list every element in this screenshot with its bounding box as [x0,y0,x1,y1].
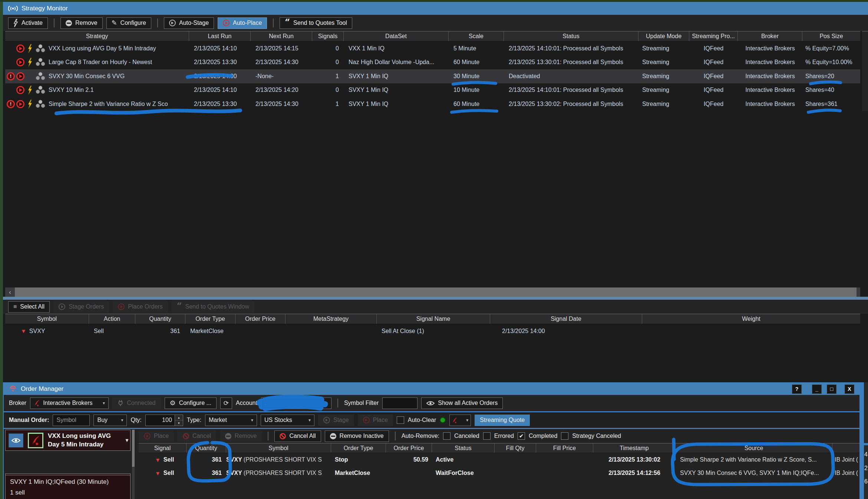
help-button[interactable]: ? [792,385,802,394]
column-header-symbol[interactable]: Symbol [5,314,89,324]
stage-orders-button[interactable]: Stage Orders [53,301,109,313]
qty-value[interactable]: 100 [146,415,175,426]
send-to-quotes-window-button[interactable]: “ Send to Quotes Window [172,301,254,313]
order-type-select[interactable]: Market▾ [205,415,257,426]
order-row[interactable]: ▼ Sell 361 SVXY (PROSHARES SHORT VIX S M… [139,466,859,480]
run-icon[interactable] [16,58,24,66]
om-strategy-item[interactable]: VXX Long using AVG Day 5 Min Intraday ▼ [5,430,131,451]
symbol-filter-input[interactable] [382,397,418,409]
strategy-monitor-titlebar[interactable]: Strategy Monitor [3,2,868,15]
place-orders-button[interactable]: Place Orders [113,301,168,313]
column-header-next-run[interactable]: Next Run [251,31,312,41]
strategy-icon [36,58,45,67]
strategy-row[interactable]: VXX Long using AVG Day 5 Min Intraday 2/… [5,41,860,56]
clipped-column-sliver [862,31,868,111]
scrollbar-thumb[interactable] [15,287,857,297]
canceled-checkbox[interactable] [443,432,450,440]
remove-button[interactable]: Remove [60,17,103,29]
chevron-down-icon[interactable]: ▼ [125,438,129,443]
column-header-dataset[interactable]: DataSet [344,31,449,41]
run-icon[interactable] [16,44,24,53]
connected-button[interactable]: Connected [112,397,161,409]
column-header-account[interactable] [832,443,859,453]
manual-symbol-input[interactable] [53,415,90,426]
column-header-update-mode[interactable]: Update Mode [638,31,689,41]
order-manager-titlebar[interactable]: Order Manager ? _ □ X [4,383,859,395]
column-header-timestamp[interactable]: Timestamp [593,443,676,453]
quote-source-select[interactable]: ▾ [449,415,471,426]
completed-checkbox[interactable]: ✔ [518,432,525,440]
activate-button[interactable]: Activate [8,17,48,29]
column-header-status[interactable]: Status [504,31,638,41]
select-all-button[interactable]: ≡ Select All [8,301,50,313]
configure-broker-button[interactable]: ⚙ Configure ... [165,397,217,409]
horizontal-scrollbar[interactable]: ‹ [5,287,860,297]
send-to-quotes-tool-button[interactable]: “ Send to Quotes Tool [280,17,352,29]
market-select[interactable]: US Stocks▾ [261,415,314,426]
order-cancel-button[interactable]: Cancel [178,430,216,442]
minimize-button[interactable]: _ [812,385,822,394]
column-header-status[interactable]: Status [432,443,495,453]
quantity-stepper[interactable]: 100 ▴ ▾ [145,415,183,426]
column-header-metastrategy[interactable]: MetaStrategy [286,314,377,324]
column-header-signals[interactable]: Signals [312,31,344,41]
auto-place-button[interactable]: Auto-Place [218,17,267,29]
column-header-symbol[interactable]: Symbol [226,443,331,453]
configure-button[interactable]: ✎ Configure [106,17,151,29]
column-header-quantity[interactable]: Quantity [135,314,185,324]
column-header-signal-name[interactable]: Signal Name [377,314,490,324]
scroll-left-button[interactable]: ‹ [5,287,15,297]
column-header-source[interactable]: Source [676,443,832,453]
close-button[interactable]: X [845,385,854,394]
column-header-fill-qty[interactable]: Fill Qty [495,443,536,453]
remove-inactive-button[interactable]: Remove Inactive [325,430,389,442]
column-header-strategy[interactable]: Strategy [5,31,189,41]
qty-up-button[interactable]: ▴ [175,415,183,420]
strategy-canceled-checkbox[interactable] [561,432,568,440]
column-header-order-price[interactable]: Order Price [235,314,286,324]
om-left-scrollbar[interactable] [132,430,135,499]
eye-toggle-button[interactable] [9,433,23,448]
strategy-row[interactable]: ! Simple Sharpe 2 with Variance Ratio w … [5,97,860,111]
run-icon[interactable] [16,72,24,80]
manual-place-button[interactable]: Place [358,415,393,426]
order-row[interactable]: ▼ Sell 361 SVXY (PROSHARES SHORT VIX S S… [139,453,859,466]
streaming-quote-button[interactable]: Streaming Quote [475,415,530,426]
scrollbar-thumb[interactable] [132,430,135,467]
column-header-order-price[interactable]: Order Price [386,443,432,453]
strategy-row[interactable]: SVXY 10 Min 2.1 2/13/2025 14:10 2/13/202… [5,83,860,97]
show-all-active-orders-button[interactable]: Show all Active Orders [421,397,503,409]
order-remove-button[interactable]: Remove [220,430,262,442]
column-header-signal[interactable]: Signal [139,443,187,453]
strategy-row[interactable]: Large Cap 8 Trader on Hourly - Newest 2/… [5,56,860,70]
manual-stage-button[interactable]: Stage [318,415,354,426]
account-select[interactable]: . ▾ [261,397,331,409]
column-header-scale[interactable]: Scale [449,31,504,41]
column-header-weight[interactable]: Weight [642,314,860,324]
errored-checkbox[interactable] [483,432,491,440]
auto-clear-checkbox[interactable] [397,416,404,424]
column-header-action[interactable]: Action [89,314,135,324]
broker-select[interactable]: Interactive Brokers ▾ [30,397,109,409]
run-icon[interactable] [16,100,24,108]
auto-stage-button[interactable]: Auto-Stage [164,17,214,29]
column-header-order-type[interactable]: Order Type [331,443,386,453]
strategy-row-selected[interactable]: ! SVXY 30 Min Consec 6 VVG 2/13/2025 14:… [5,69,860,83]
column-header-signal-date[interactable]: Signal Date [490,314,642,324]
column-header-order-type[interactable]: Order Type [185,314,235,324]
maximize-button[interactable]: □ [827,385,836,394]
column-header-pos-size[interactable]: Pos Size [802,31,860,41]
column-header-fill-price[interactable]: Fill Price [536,443,593,453]
run-icon[interactable] [16,86,24,94]
panel-splitter[interactable] [3,297,868,300]
cancel-all-button[interactable]: Cancel All [274,430,321,442]
column-header-streaming-provider[interactable]: Streaming Pro... [689,31,738,41]
column-header-broker[interactable]: Broker [738,31,802,41]
side-select[interactable]: Buy▾ [93,415,127,426]
column-header-quantity[interactable]: Quantity [187,443,226,453]
refresh-button[interactable]: ⟳ [220,397,232,409]
qty-down-button[interactable]: ▾ [175,420,183,426]
signal-row[interactable]: ▼ SVXY Sell 361 MarketClose Sell At Clos… [5,324,860,338]
column-header-last-run[interactable]: Last Run [189,31,251,41]
order-place-button[interactable]: Place [139,430,174,442]
